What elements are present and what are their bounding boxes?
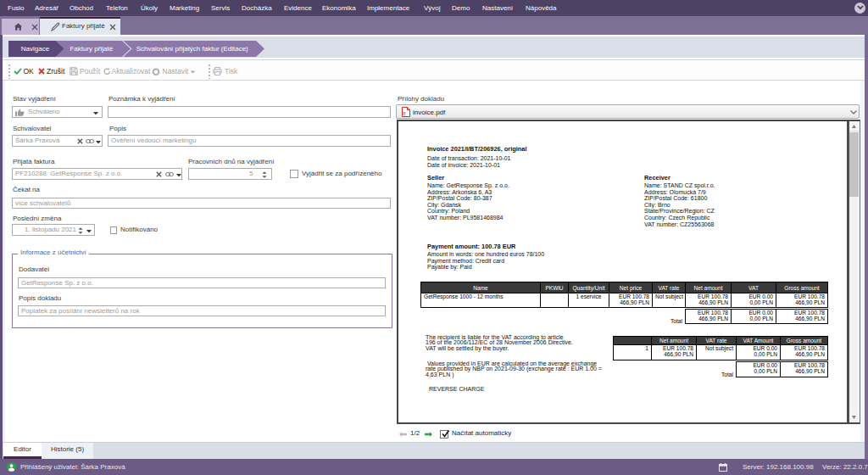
svg-text:e: e [403,110,406,116]
